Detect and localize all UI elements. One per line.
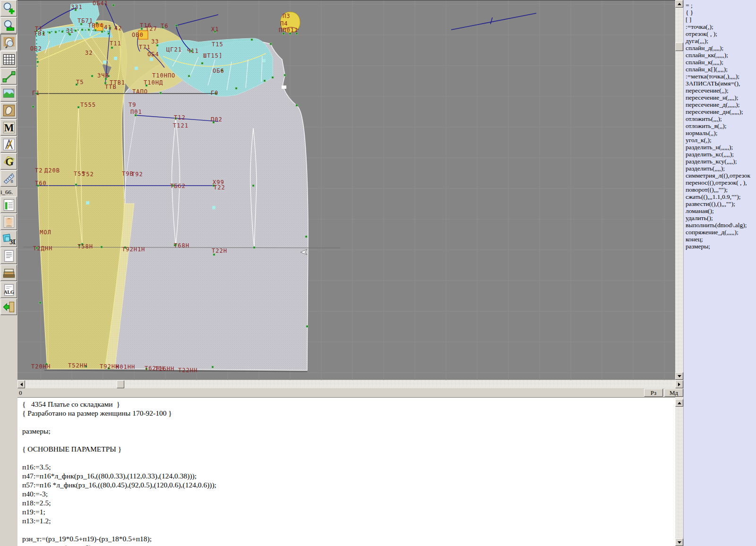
zoom-out-button[interactable] — [0, 17, 17, 34]
construction-point — [212, 366, 214, 368]
canvas-hscroll-track[interactable] — [17, 380, 675, 388]
command-item[interactable]: нормаль(,,); — [686, 129, 756, 136]
canvas-vscroll-track[interactable] — [675, 0, 683, 380]
segment-button[interactable] — [0, 68, 17, 85]
zoom-in-icon — [2, 2, 16, 15]
rz-button[interactable]: Рз — [644, 389, 663, 397]
command-item[interactable]: выполнить(dmod\.alg); — [686, 222, 756, 229]
command-item[interactable]: пересечение_н(,,,,); — [686, 94, 756, 101]
ruler-button[interactable]: 8 — [0, 170, 17, 187]
command-item[interactable]: сплайн_кк(,,,,,); — [686, 51, 756, 59]
point-label: Т92Н1Н — [122, 246, 145, 253]
command-list: = ;{ }[ ]:=точка(,);отрезок( , );дуга(,,… — [684, 0, 756, 250]
canvas-scroll-right-icon[interactable] — [675, 380, 683, 388]
command-item[interactable]: пересечение_д(,,,,,); — [686, 101, 756, 108]
md-button[interactable]: Мд — [664, 389, 683, 397]
canvas-scroll-left-icon[interactable] — [17, 380, 25, 388]
command-item[interactable]: сжать((),,,1.1,0.9,""); — [686, 193, 756, 200]
command-item[interactable]: разделить_ксу(,,,,); — [686, 158, 756, 165]
view-3d-button[interactable]: 3D — [0, 230, 17, 247]
notch-mark — [282, 85, 286, 89]
point-label: 31 — [66, 27, 74, 34]
canvas-scroll-down-icon[interactable] — [675, 372, 683, 380]
command-item[interactable]: разделить_кс(,,,,); — [686, 151, 756, 158]
point-label: ОБ4 — [147, 51, 159, 58]
exit-icon — [2, 300, 16, 314]
command-item[interactable]: развести((),(),,,""); — [686, 200, 756, 207]
point-label: Т11 — [110, 40, 121, 47]
point-label: Т10НД — [144, 79, 163, 86]
canvas-scroll-up-icon[interactable] — [675, 0, 683, 8]
svg-text:G: G — [5, 155, 14, 168]
algorithm-button[interactable]: ALG — [0, 282, 17, 298]
command-item[interactable]: размеры; — [686, 243, 756, 250]
3d-icon: 3D — [2, 232, 16, 246]
status-value: 0 — [19, 389, 22, 397]
command-item[interactable]: симметрия_л((),отрезок — [686, 172, 756, 179]
command-item[interactable]: удалить(); — [686, 214, 756, 222]
cad-application-window: MG8i_66.3DALG — [0, 0, 756, 546]
construction-point — [188, 75, 190, 77]
m-module-button[interactable]: M — [0, 119, 17, 136]
library-button[interactable] — [0, 264, 17, 281]
point-label: ОБ2 — [30, 45, 42, 52]
canvas-hscroll-thumb[interactable] — [117, 380, 124, 388]
point-label: Т71 — [139, 44, 151, 51]
command-item[interactable]: поворот((),,,""); — [686, 186, 756, 193]
command-item[interactable]: :=метка(точка(,),,,,); — [686, 73, 756, 80]
command-item[interactable]: сплайн_к[](,,,,); — [686, 66, 756, 73]
command-item[interactable]: пересечение(,,); — [686, 87, 756, 94]
command-item[interactable]: конец; — [686, 236, 756, 243]
document-icon — [2, 249, 16, 263]
construction-point — [252, 185, 254, 187]
command-item[interactable]: { } — [686, 9, 756, 16]
text-doc-button[interactable] — [0, 247, 17, 264]
grid-button[interactable] — [0, 51, 17, 68]
segment-icon — [2, 70, 16, 83]
command-item[interactable]: сплайн_д(,,,,); — [686, 44, 756, 51]
command-item[interactable]: отложить(,,,); — [686, 115, 756, 122]
point-label: ТБ62 — [170, 183, 186, 189]
command-item[interactable]: :=точка(,); — [686, 23, 756, 30]
point-label: П4 — [280, 20, 288, 27]
piece-zoom-button[interactable] — [0, 34, 17, 51]
books-icon — [2, 266, 16, 280]
command-item[interactable]: = ; — [686, 2, 756, 9]
command-item[interactable]: ломаная(); — [686, 207, 756, 214]
model-photo-button[interactable] — [0, 213, 17, 230]
command-item[interactable]: перенос((),отрезок( , ), — [686, 179, 756, 186]
command-item[interactable]: угол_к(,); — [686, 136, 756, 144]
command-item[interactable]: разделить_н(,,,,,); — [686, 144, 756, 151]
editor-scroll-up-icon[interactable] — [675, 399, 683, 407]
size-table-button[interactable] — [0, 196, 17, 213]
construction-point — [306, 325, 308, 327]
pattern-canvas[interactable]: Т1ТВ131ОБ2ТБ71331ОБ41ТВ044142Т16Т27Т6Х1О… — [17, 0, 675, 380]
exit-button[interactable] — [0, 299, 17, 315]
command-item[interactable]: отложить_в(,,); — [686, 122, 756, 129]
editor-scroll-down-icon[interactable] — [675, 538, 683, 546]
image-button[interactable] — [0, 85, 17, 102]
letter-m-icon: M — [2, 121, 16, 134]
command-item[interactable]: отрезок( , ); — [686, 30, 756, 37]
point-label: Т27 — [146, 26, 157, 32]
pattern-piece-button[interactable] — [0, 102, 17, 119]
command-item[interactable]: сплайн_к(,,,,); — [686, 59, 756, 66]
snap-marker — [135, 67, 138, 70]
command-item[interactable]: [ ] — [686, 16, 756, 23]
construction-point — [49, 32, 51, 34]
canvas-vscroll-thumb[interactable] — [675, 43, 683, 51]
command-item[interactable]: пересечение_дн(,,,,,); — [686, 108, 756, 115]
piece-zoom-icon — [2, 36, 16, 49]
editor-vscroll-track[interactable] — [675, 397, 683, 546]
command-item[interactable]: ЗАПИСАТЬ(имя=(), — [686, 80, 756, 87]
command-item[interactable]: дуга(,,,); — [686, 37, 756, 44]
point-label: Т60 — [35, 180, 47, 187]
command-item[interactable]: разделить(,,,,); — [686, 165, 756, 172]
command-item[interactable]: сопряжение_д(,,,,,); — [686, 229, 756, 236]
zoom-in-button[interactable] — [0, 0, 17, 17]
g-module-button[interactable]: G — [0, 153, 17, 170]
algorithm-editor[interactable]: { 4354 Платье со складками } { Разработа… — [17, 397, 675, 546]
drafting-button[interactable] — [0, 136, 17, 153]
svg-text:ALG: ALG — [4, 290, 14, 295]
pattern-drawing: Т1ТВ131ОБ2ТБ71331ОБ41ТВ044142Т16Т27Т6Х1О… — [17, 0, 675, 380]
